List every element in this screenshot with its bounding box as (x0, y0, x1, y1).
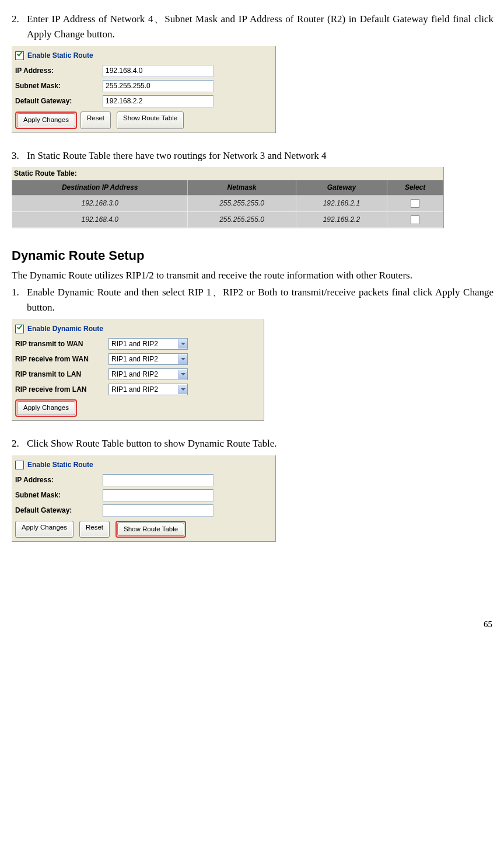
rip-tx-wan-label: RIP transmit to WAN (15, 339, 108, 350)
highlight: Apply Changes (15, 399, 77, 417)
table-row: 192.168.4.0 255.255.255.0 192.168.2.2 (12, 211, 443, 228)
select-checkbox[interactable] (411, 199, 419, 208)
enable-static-route-label: Enable Static Route (27, 459, 93, 471)
reset-button[interactable]: Reset (80, 112, 111, 129)
static-route-table: Destination IP Address Netmask Gateway S… (12, 180, 443, 228)
rip-rx-lan-label: RIP receive from LAN (15, 384, 108, 395)
col-netmask: Netmask (188, 180, 296, 196)
checkbox-enable-static-route[interactable] (15, 51, 24, 60)
default-gateway-input[interactable] (103, 504, 214, 517)
section-heading: Dynamic Route Setup (12, 246, 494, 266)
enable-static-route-label: Enable Static Route (27, 50, 93, 61)
default-gateway-label: Default Gateway: (15, 96, 103, 107)
list-item: 3. In Static Route Table there have two … (12, 148, 494, 163)
ip-address-label: IP Address: (15, 65, 103, 76)
default-gateway-input[interactable]: 192.168.2.2 (103, 95, 214, 107)
list-number: 2. (12, 436, 27, 451)
col-select: Select (387, 180, 443, 196)
page-number: 65 (12, 618, 494, 631)
cell-dest: 192.168.4.0 (12, 211, 188, 228)
subnet-mask-input[interactable]: 255.255.255.0 (103, 80, 214, 92)
rip-rx-wan-label: RIP receive from WAN (15, 354, 108, 365)
ip-address-input[interactable] (103, 474, 214, 486)
chevron-down-icon (178, 354, 187, 364)
select-checkbox[interactable] (411, 215, 419, 224)
show-route-table-button[interactable]: Show Route Table (117, 523, 184, 537)
subnet-mask-label: Subnet Mask: (15, 490, 103, 501)
chevron-down-icon (178, 370, 187, 379)
table-row: 192.168.3.0 255.255.255.0 192.168.2.1 (12, 196, 443, 212)
cell-dest: 192.168.3.0 (12, 196, 188, 212)
subnet-mask-label: Subnet Mask: (15, 81, 103, 92)
figure-static-route-table: Static Route Table: Destination IP Addre… (12, 167, 494, 228)
col-dest: Destination IP Address (12, 180, 188, 196)
list-text: In Static Route Table there have two rou… (27, 148, 494, 163)
apply-changes-button[interactable]: Apply Changes (15, 521, 74, 538)
list-text: Enter IP Address of Network 4、Subnet Mas… (27, 12, 494, 43)
col-gateway: Gateway (296, 180, 387, 196)
show-route-table-button[interactable]: Show Route Table (117, 112, 184, 129)
reset-button[interactable]: Reset (79, 521, 110, 538)
apply-changes-button[interactable]: Apply Changes (17, 113, 75, 127)
list-item: 1. Enable Dynamic Route and then select … (12, 285, 494, 316)
ip-address-input[interactable]: 192.168.4.0 (103, 65, 214, 77)
rip-tx-wan-select[interactable]: RIP1 and RIP2 (108, 338, 188, 350)
highlight: Apply Changes (15, 112, 77, 129)
table-title: Static Route Table: (12, 167, 443, 180)
rip-rx-lan-select[interactable]: RIP1 and RIP2 (108, 384, 188, 395)
checkbox-enable-dynamic-route[interactable] (15, 325, 24, 333)
cell-mask: 255.255.255.0 (188, 196, 296, 212)
subnet-mask-input[interactable] (103, 489, 214, 502)
cell-gw: 192.168.2.1 (296, 196, 387, 212)
figure-static-route-filled: Enable Static Route IP Address: 192.168.… (12, 46, 494, 133)
default-gateway-label: Default Gateway: (15, 505, 103, 516)
rip-tx-lan-label: RIP transmit to LAN (15, 369, 108, 380)
list-number: 3. (12, 148, 27, 163)
apply-changes-button[interactable]: Apply Changes (17, 401, 75, 415)
list-text: Enable Dynamic Route and then select RIP… (27, 285, 494, 316)
list-text: Click Show Route Table button to show Dy… (27, 436, 494, 451)
rip-rx-wan-select[interactable]: RIP1 and RIP2 (108, 353, 188, 365)
enable-dynamic-route-label: Enable Dynamic Route (27, 323, 103, 335)
chevron-down-icon (178, 385, 187, 394)
list-item: 2. Click Show Route Table button to show… (12, 436, 494, 451)
chevron-down-icon (178, 339, 187, 349)
list-number: 2. (12, 12, 27, 43)
figure-dynamic-route: Enable Dynamic Route RIP transmit to WAN… (12, 319, 494, 421)
section-intro: The Dynamic Route utilizes RIP1/2 to tra… (12, 268, 494, 283)
rip-tx-lan-select[interactable]: RIP1 and RIP2 (108, 368, 188, 380)
highlight: Show Route Table (116, 521, 186, 538)
cell-mask: 255.255.255.0 (188, 211, 296, 228)
figure-static-route-empty: Enable Static Route IP Address: Subnet M… (12, 455, 494, 542)
checkbox-enable-static-route[interactable] (15, 461, 24, 469)
ip-address-label: IP Address: (15, 475, 103, 486)
cell-gw: 192.168.2.2 (296, 211, 387, 228)
list-item: 2. Enter IP Address of Network 4、Subnet … (12, 12, 494, 43)
list-number: 1. (12, 285, 27, 316)
